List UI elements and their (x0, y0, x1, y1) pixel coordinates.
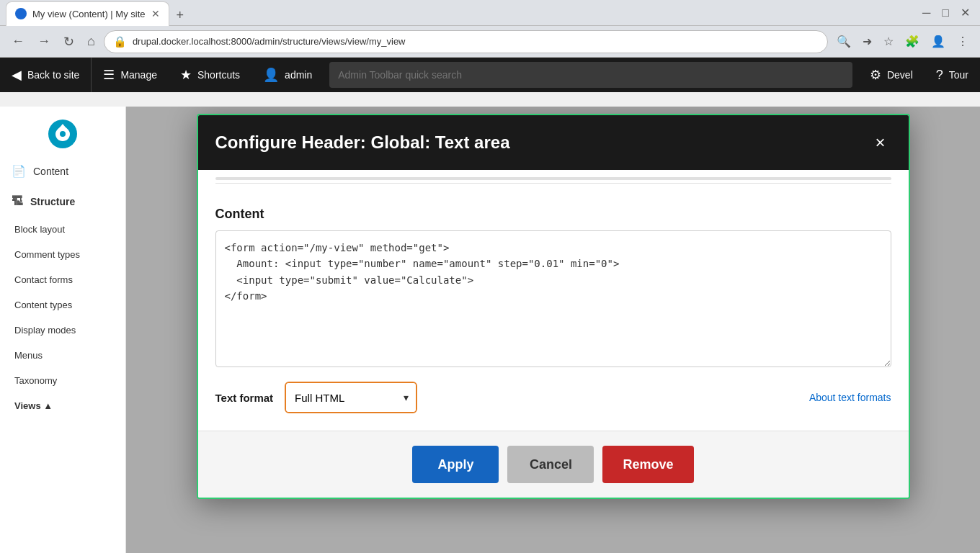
more-button[interactable]: ⋮ (953, 32, 973, 51)
address-text: drupal.docker.localhost:8000/admin/struc… (133, 36, 406, 47)
refresh-button[interactable]: ↻ (59, 31, 79, 53)
question-icon: ? (936, 68, 943, 83)
devel-item[interactable]: ⚙ Devel (858, 58, 925, 92)
zoom-button[interactable]: 🔍 (832, 32, 855, 51)
tab-close-button[interactable]: ✕ (151, 8, 160, 19)
admin-label: admin (285, 69, 312, 81)
star-icon: ★ (180, 67, 192, 83)
home-button[interactable]: ⌂ (83, 31, 99, 52)
minimize-button[interactable]: ─ (918, 4, 935, 21)
close-window-button[interactable]: ✕ (956, 4, 974, 21)
tab-title: My view (Content) | My site (32, 9, 146, 19)
profile-button[interactable]: 👤 (927, 32, 950, 51)
admin-item[interactable]: 👤 admin (251, 58, 324, 92)
browser-tab[interactable]: My view (Content) | My site ✕ (6, 1, 169, 26)
back-to-site-item[interactable]: ◀ Back to site (0, 58, 92, 92)
devel-label: Devel (887, 69, 913, 81)
extensions-button[interactable]: 🧩 (901, 32, 924, 51)
manage-label: Manage (120, 69, 157, 81)
address-bar[interactable]: 🔒 drupal.docker.localhost:8000/admin/str… (104, 30, 828, 53)
admin-toolbar: ◀ Back to site ☰ Manage ★ Shortcuts 👤 ad… (0, 58, 980, 92)
toolbar-search-input[interactable] (329, 62, 852, 88)
tab-favicon (15, 8, 27, 19)
bookmark-button[interactable]: ☆ (879, 32, 898, 51)
user-icon: 👤 (263, 67, 279, 83)
gear-icon: ⚙ (870, 67, 881, 83)
manage-item[interactable]: ☰ Manage (92, 58, 169, 92)
forward-button[interactable]: → (33, 31, 55, 52)
hamburger-icon: ☰ (103, 67, 115, 83)
shortcuts-label: Shortcuts (197, 69, 240, 81)
share-button[interactable]: ➜ (858, 32, 876, 51)
tour-label: Tour (949, 69, 968, 81)
back-button[interactable]: ← (7, 31, 29, 52)
back-to-site-label: Back to site (27, 69, 79, 81)
tour-item[interactable]: ? Tour (925, 58, 980, 92)
back-arrow-icon: ◀ (12, 67, 22, 83)
shortcuts-item[interactable]: ★ Shortcuts (169, 58, 251, 92)
new-tab-button[interactable]: + (171, 5, 190, 26)
maximize-button[interactable]: □ (937, 4, 953, 21)
